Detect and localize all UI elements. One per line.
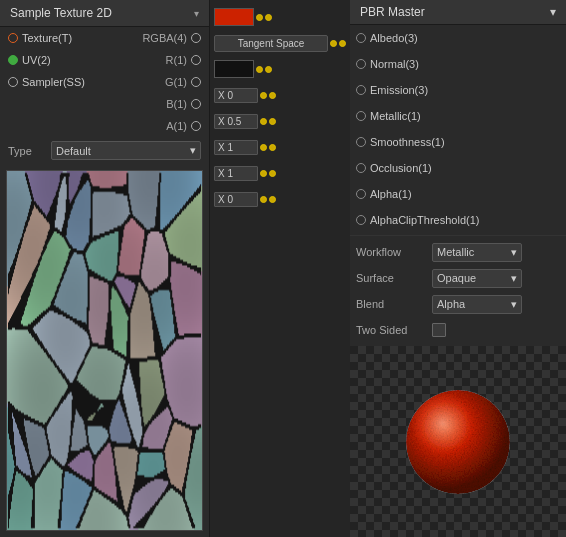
emission-swatch[interactable] — [214, 60, 254, 78]
type-row: Type Default ▾ — [0, 137, 209, 164]
texture-right-label: RGBA(4) — [142, 32, 187, 44]
surface-row: Surface Opaque ▾ — [356, 266, 560, 290]
alphaclip-dot-1 — [260, 196, 267, 203]
sampler-dot-left — [8, 77, 18, 87]
blend-dropdown[interactable]: Alpha ▾ — [432, 295, 522, 314]
sphere-preview — [350, 346, 566, 537]
sampler-g-label: G(1) — [165, 76, 187, 88]
two-sided-checkbox[interactable] — [432, 323, 446, 337]
smoothness-row — [210, 108, 350, 134]
occlusion-dot-1 — [260, 144, 267, 151]
blend-row: Blend Alpha ▾ — [356, 292, 560, 316]
surface-value: Opaque — [437, 272, 476, 284]
surface-dropdown[interactable]: Opaque ▾ — [432, 269, 522, 288]
workflow-arrow: ▾ — [511, 246, 517, 259]
albedo-row — [210, 4, 350, 30]
alpha-input[interactable] — [214, 166, 258, 181]
left-panel: Sample Texture 2D ▾ Texture(T) RGBA(4) U… — [0, 0, 210, 537]
metallic-socket-label: Metallic(1) — [370, 110, 421, 122]
b-label: B(1) — [166, 98, 187, 110]
properties-section: Workflow Metallic ▾ Surface Opaque ▾ Ble… — [350, 235, 566, 346]
blend-label: Blend — [356, 298, 426, 310]
alpha-socket-row: Alpha(1) — [350, 181, 566, 207]
albedo-dot-2 — [265, 14, 272, 21]
albedo-socket-label: Albedo(3) — [370, 32, 418, 44]
sphere-svg — [398, 382, 518, 502]
workflow-value: Metallic — [437, 246, 474, 258]
uv-dot-right — [191, 55, 201, 65]
middle-panel: Tangent Space — [210, 0, 350, 537]
texture-node-row: Texture(T) RGBA(4) — [0, 27, 209, 49]
occlusion-dot-2 — [269, 144, 276, 151]
metallic-dot-1 — [260, 92, 267, 99]
uv-right-label: R(1) — [166, 54, 187, 66]
tangent-dot-2 — [339, 40, 346, 47]
sampler-node-row: Sampler(SS) G(1) — [0, 71, 209, 93]
chevron-down-icon: ▾ — [194, 8, 199, 19]
a-dot-right — [191, 121, 201, 131]
alphaclip-socket-row: AlphaClipThreshold(1) — [350, 207, 566, 233]
albedo-swatch[interactable] — [214, 8, 254, 26]
blend-value: Alpha — [437, 298, 465, 310]
surface-arrow: ▾ — [511, 272, 517, 285]
a-label: A(1) — [166, 120, 187, 132]
albedo-dot-1 — [256, 14, 263, 21]
type-dropdown-arrow: ▾ — [190, 144, 196, 157]
tangent-dot-1 — [330, 40, 337, 47]
normal-socket-row: Normal(3) — [350, 51, 566, 77]
texture-label: Texture(T) — [22, 32, 72, 44]
occlusion-row — [210, 134, 350, 160]
panel-header[interactable]: Sample Texture 2D ▾ — [0, 0, 209, 27]
emission-socket-label: Emission(3) — [370, 84, 428, 96]
alphaclip-row — [210, 186, 350, 212]
smoothness-dot-2 — [269, 118, 276, 125]
alphaclip-socket-label: AlphaClipThreshold(1) — [370, 214, 479, 226]
emission-socket — [356, 85, 366, 95]
right-panel-header[interactable]: PBR Master ▾ — [350, 0, 566, 25]
alphaclip-input[interactable] — [214, 192, 258, 207]
smoothness-socket-row: Smoothness(1) — [350, 129, 566, 155]
albedo-socket — [356, 33, 366, 43]
right-panel-chevron: ▾ — [550, 5, 556, 19]
alpha-row — [210, 160, 350, 186]
normal-socket — [356, 59, 366, 69]
panel-title: Sample Texture 2D — [10, 6, 112, 20]
alpha-socket-label: Alpha(1) — [370, 188, 412, 200]
tangent-button[interactable]: Tangent Space — [214, 35, 328, 52]
metallic-socket-row: Metallic(1) — [350, 103, 566, 129]
b-dot-right — [191, 99, 201, 109]
smoothness-dot-1 — [260, 118, 267, 125]
metallic-input[interactable] — [214, 88, 258, 103]
occlusion-input[interactable] — [214, 140, 258, 155]
surface-label: Surface — [356, 272, 426, 284]
tangent-row: Tangent Space — [210, 30, 350, 56]
emission-socket-row: Emission(3) — [350, 77, 566, 103]
metallic-dot-2 — [269, 92, 276, 99]
alphaclip-dot-2 — [269, 196, 276, 203]
uv-label: UV(2) — [22, 54, 51, 66]
sampler-dot-right — [191, 77, 201, 87]
right-panel: PBR Master ▾ Albedo(3) Normal(3) Emissio… — [350, 0, 566, 537]
texture-dot-left — [8, 33, 18, 43]
albedo-socket-row: Albedo(3) — [350, 25, 566, 51]
emission-row — [210, 56, 350, 82]
alpha-dot-2 — [269, 170, 276, 177]
alpha-dot-1 — [260, 170, 267, 177]
workflow-dropdown[interactable]: Metallic ▾ — [432, 243, 522, 262]
texture-canvas — [7, 171, 202, 530]
smoothness-socket — [356, 137, 366, 147]
metallic-socket — [356, 111, 366, 121]
alpha-socket — [356, 189, 366, 199]
right-panel-title: PBR Master — [360, 5, 425, 19]
occlusion-socket-label: Occlusion(1) — [370, 162, 432, 174]
type-dropdown[interactable]: Default ▾ — [51, 141, 201, 160]
metallic-row — [210, 82, 350, 108]
occlusion-socket — [356, 163, 366, 173]
emission-dot-1 — [256, 66, 263, 73]
smoothness-input[interactable] — [214, 114, 258, 129]
type-label: Type — [8, 145, 43, 157]
sampler-label: Sampler(SS) — [22, 76, 85, 88]
b-node-row: B(1) — [0, 93, 209, 115]
two-sided-row: Two Sided — [356, 318, 560, 342]
workflow-row: Workflow Metallic ▾ — [356, 240, 560, 264]
